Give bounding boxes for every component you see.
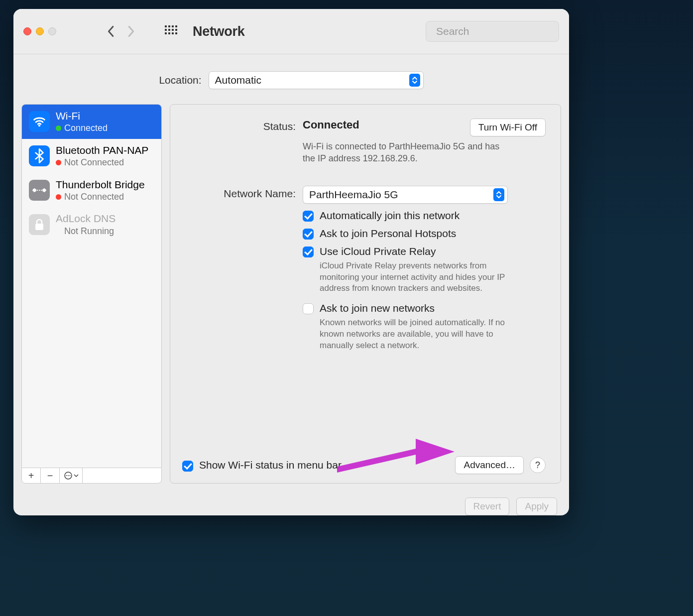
window-title: Network xyxy=(193,24,244,39)
close-window-button[interactable] xyxy=(23,27,31,35)
help-button[interactable]: ? xyxy=(530,457,546,473)
service-status: Connected xyxy=(64,123,108,134)
show-menubar-checkbox[interactable] xyxy=(182,461,193,472)
service-name: Bluetooth PAN-NAP xyxy=(56,144,148,157)
service-item-thunderbolt[interactable]: Thunderbolt Bridge Not Connected xyxy=(22,173,161,208)
show-all-prefs-button[interactable] xyxy=(165,25,177,37)
thunderbolt-bridge-icon xyxy=(29,180,50,201)
show-menubar-label: Show Wi-Fi status in menu bar xyxy=(199,459,342,471)
auto-join-label: Automatically join this network xyxy=(320,210,460,222)
service-item-bluetooth[interactable]: Bluetooth PAN-NAP Not Connected xyxy=(22,139,161,173)
service-status: Not Connected xyxy=(64,191,124,203)
dropdown-stepper-icon xyxy=(493,188,504,201)
status-label: Status: xyxy=(182,119,303,132)
ask-new-networks-desc: Known networks will be joined automatica… xyxy=(320,317,513,352)
revert-button[interactable]: Revert xyxy=(465,497,510,515)
lock-icon xyxy=(29,214,50,235)
private-relay-desc: iCloud Private Relay prevents networks f… xyxy=(320,260,513,295)
status-dot-icon xyxy=(56,194,61,200)
location-value: Automatic xyxy=(215,74,409,86)
network-name-select[interactable]: ParthHeemaJio 5G xyxy=(303,186,508,204)
turn-wifi-off-button[interactable]: Turn Wi-Fi Off xyxy=(470,119,546,136)
status-value: Connected xyxy=(303,119,359,131)
wifi-icon xyxy=(29,111,50,132)
dropdown-stepper-icon xyxy=(409,74,420,87)
svg-rect-6 xyxy=(35,224,43,230)
toolbar: Network xyxy=(13,9,569,54)
minimize-window-button[interactable] xyxy=(36,27,44,35)
service-status: Not Connected xyxy=(64,157,124,168)
ask-new-networks-checkbox[interactable] xyxy=(303,303,314,314)
zoom-window-button xyxy=(48,27,56,35)
service-name: AdLock DNS xyxy=(56,212,116,225)
network-name-value: ParthHeemaJio 5G xyxy=(309,189,493,201)
window-footer: Revert Apply xyxy=(13,492,569,515)
add-service-button[interactable]: + xyxy=(22,468,41,483)
service-item-wifi[interactable]: Wi-Fi Connected xyxy=(22,105,161,139)
service-status: Not Running xyxy=(64,226,114,237)
status-dot-icon xyxy=(56,125,61,131)
service-list[interactable]: Wi-Fi Connected Bluetooth PAN-NAP Not Co… xyxy=(21,104,162,468)
ask-personal-hotspots-checkbox[interactable] xyxy=(303,229,314,240)
back-button[interactable] xyxy=(102,23,119,40)
bluetooth-icon xyxy=(29,145,50,166)
network-prefs-window: Network Location: Automatic xyxy=(13,9,569,515)
service-actions-menu[interactable] xyxy=(60,468,83,483)
auto-join-checkbox[interactable] xyxy=(303,211,314,222)
chevron-left-icon xyxy=(107,25,115,37)
svg-point-2 xyxy=(38,125,40,127)
apply-button[interactable]: Apply xyxy=(516,497,557,515)
location-label: Location: xyxy=(159,74,201,86)
chevron-right-icon xyxy=(127,25,135,37)
ask-personal-hotspots-label: Ask to join Personal Hotspots xyxy=(320,228,456,240)
svg-point-8 xyxy=(66,475,67,476)
service-name: Thunderbolt Bridge xyxy=(56,178,145,191)
location-row: Location: Automatic xyxy=(13,54,569,104)
forward-button[interactable] xyxy=(123,23,140,40)
private-relay-label: Use iCloud Private Relay xyxy=(320,246,513,257)
ellipsis-circle-icon xyxy=(64,471,73,480)
body-split: Wi-Fi Connected Bluetooth PAN-NAP Not Co… xyxy=(13,104,569,492)
location-select[interactable]: Automatic xyxy=(209,71,424,89)
sidebar-footer: + − xyxy=(21,468,162,484)
network-name-label: Network Name: xyxy=(182,186,303,200)
search-field[interactable] xyxy=(426,21,559,42)
service-name: Wi-Fi xyxy=(56,110,108,123)
chevron-down-icon xyxy=(74,474,79,478)
status-description: Wi-Fi is connected to ParthHeemaJio 5G a… xyxy=(303,140,507,165)
search-input[interactable] xyxy=(435,25,568,38)
remove-service-button[interactable]: − xyxy=(41,468,60,483)
private-relay-checkbox[interactable] xyxy=(303,246,314,257)
traffic-lights xyxy=(23,27,56,35)
advanced-button[interactable]: Advanced… xyxy=(455,456,524,474)
svg-point-9 xyxy=(68,475,69,476)
ask-new-networks-label: Ask to join new networks xyxy=(320,302,513,314)
svg-point-10 xyxy=(69,475,70,476)
status-dot-icon xyxy=(56,160,61,165)
sidebar: Wi-Fi Connected Bluetooth PAN-NAP Not Co… xyxy=(21,104,162,484)
service-item-adlock[interactable]: AdLock DNS Not Running xyxy=(22,207,161,242)
detail-pane: Status: Connected Turn Wi-Fi Off Wi-Fi i… xyxy=(170,104,561,484)
